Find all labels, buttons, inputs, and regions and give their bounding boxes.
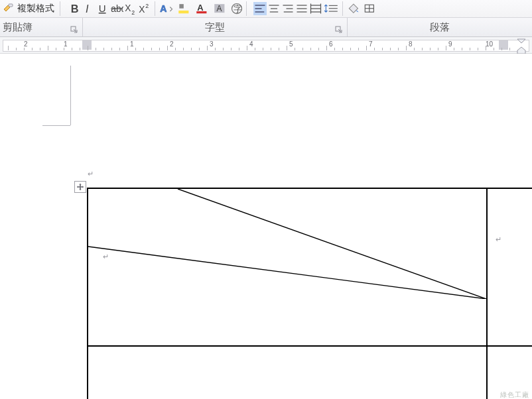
svg-text:A: A [217,4,222,13]
paragraph-mark: ↵ [88,170,94,178]
ruler-number: 7 [369,40,373,48]
svg-text:I: I [86,3,89,15]
align-center-icon[interactable] [267,2,281,15]
table-row: ↵ ↵ [88,188,532,346]
ruler-number: 10 [486,40,493,48]
group-font: 字型 [83,18,347,36]
ruler-number: 1 [130,40,134,48]
format-painter-icon[interactable] [3,3,15,15]
ruler-right-margin-icon[interactable] [499,40,508,50]
ruler-number: 2 [24,40,28,48]
group-clipboard-label: 剪貼簿 [3,21,33,34]
first-line-indent-icon[interactable] [517,38,526,44]
ribbon-separator [60,1,60,16]
line-spacing-icon[interactable] [323,2,339,15]
enclose-chars-icon[interactable]: 字 [230,2,243,15]
paragraph-group-commands [249,1,379,16]
ruler-number: 5 [289,40,293,48]
ruler-number: 9 [448,40,452,48]
align-justify-icon[interactable] [295,2,308,15]
diagonal-lines-icon [88,189,486,299]
shading-icon[interactable] [346,2,362,15]
char-shading-icon[interactable]: A [212,2,230,15]
group-clipboard: 剪貼簿 [0,18,82,36]
svg-rect-11 [178,11,188,13]
svg-text:字: 字 [233,4,242,14]
bold-icon[interactable]: B [68,2,82,15]
cell-end-mark: ↵ [496,235,501,243]
svg-text:U: U [99,3,106,14]
horizontal-ruler[interactable]: 2 1 1 2 3 4 5 6 7 8 9 10 [0,37,532,54]
subscript-icon[interactable]: X2 [124,2,137,15]
ribbon-commands-row: 複製格式 B I U abc X2 X2 A A A 字 [0,0,532,18]
group-font-label: 字型 [205,21,225,34]
cell-end-mark: ↵ [103,253,109,261]
underline-icon[interactable]: U [96,2,109,15]
svg-line-43 [178,189,486,299]
ribbon-separator [155,1,155,16]
borders-icon[interactable] [363,2,379,15]
ruler-number: 6 [329,40,333,48]
table-row: ↵ ↵ [88,346,532,399]
distributed-icon[interactable] [309,2,322,15]
group-paragraph: 段落 [348,18,532,36]
document-canvas[interactable]: ↵ ↵ ↵ ↵ ↵ [0,54,532,399]
ruler-scale: 2 1 1 2 3 4 5 6 7 8 9 10 [0,37,532,53]
svg-text:2: 2 [131,9,135,15]
table-move-handle[interactable] [74,181,86,193]
svg-text:X: X [125,3,131,13]
font-color-icon[interactable]: A [194,2,212,15]
svg-text:A: A [160,3,166,14]
ruler-left-margin-icon[interactable] [82,40,92,50]
text-effects-icon[interactable]: A [159,2,176,15]
svg-text:B: B [71,3,79,15]
superscript-icon[interactable]: X2 [138,2,151,15]
svg-text:2: 2 [145,3,149,9]
ruler-number: 4 [249,40,253,48]
svg-rect-13 [196,11,206,13]
format-painter-label[interactable]: 複製格式 [17,3,54,15]
strikethrough-icon[interactable]: abc [110,2,123,15]
ribbon-separator [342,1,343,16]
ribbon-group-labels: 剪貼簿 字型 段落 [0,18,532,37]
document-table[interactable]: ↵ ↵ ↵ ↵ [87,188,532,399]
svg-text:X: X [139,5,145,15]
align-right-icon[interactable] [281,2,295,15]
ruler-number: 2 [170,40,174,48]
table-cell[interactable]: ↵ [88,346,487,399]
font-group-commands: B I U abc X2 X2 A A A 字 [63,1,243,16]
ribbon-separator [246,1,247,16]
clipboard-dialog-launcher-icon[interactable] [70,26,78,34]
svg-line-44 [88,247,486,299]
italic-icon[interactable]: I [82,2,96,15]
watermark-label: 綠色工廠 [500,390,529,399]
ruler-indent-markers[interactable] [513,37,529,56]
align-left-icon[interactable] [253,2,267,15]
highlight-color-icon[interactable] [176,2,194,15]
table-cell[interactable]: ↵ [487,188,532,346]
svg-text:A: A [197,3,204,13]
clipboard-group-commands: 複製格式 [0,0,57,17]
font-dialog-launcher-icon[interactable] [335,26,343,34]
group-paragraph-label: 段落 [430,21,450,34]
ruler-number: 1 [64,40,68,48]
ruler-number: 3 [210,40,214,48]
ruler-number: 8 [409,40,413,48]
svg-rect-0 [9,4,13,7]
table-cell-diagonal[interactable]: ↵ [88,188,487,346]
